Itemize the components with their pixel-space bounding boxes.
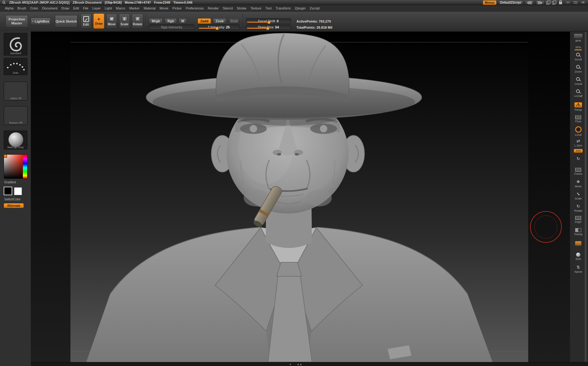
ghost-button[interactable]	[570, 241, 586, 246]
menu-file[interactable]: File	[83, 6, 88, 10]
scroll-button[interactable]: Scroll	[570, 52, 586, 61]
focal-shift-track[interactable]	[247, 22, 269, 23]
restore-button[interactable]: ▢	[572, 0, 579, 5]
menu-draw[interactable]: Draw	[61, 6, 69, 10]
xpose-button[interactable]: ⇅ Xpose	[570, 265, 586, 273]
bpr-icon	[574, 34, 583, 39]
minimize-button[interactable]: –	[565, 0, 571, 5]
draw-size-track[interactable]	[247, 28, 268, 29]
z-intensity-value: 25	[226, 25, 230, 29]
hue-strip[interactable]	[23, 155, 27, 178]
z-intensity-track[interactable]	[199, 28, 217, 29]
copy-document-icon[interactable]	[546, 1, 550, 5]
menus-button[interactable]: Menus	[483, 0, 497, 5]
zsub-button[interactable]: Zsub	[213, 18, 226, 24]
main-color-swatch[interactable]	[4, 187, 12, 195]
zadd-button[interactable]: Zadd	[198, 18, 211, 24]
stroke-type-button[interactable]: Dots	[4, 58, 27, 75]
texture-button[interactable]: Texture Off	[4, 106, 27, 125]
actual-button[interactable]: Actual	[570, 77, 586, 85]
m-button[interactable]: M	[179, 18, 187, 24]
move-button[interactable]: M Move	[106, 13, 117, 29]
polyf-button[interactable]: PolyF	[570, 216, 586, 224]
scroll-label: Scroll	[570, 58, 586, 61]
close-button[interactable]: ×	[580, 0, 586, 5]
alpha-button[interactable]: Alpha Off	[4, 82, 27, 101]
menu-edit[interactable]: Edit	[73, 6, 79, 10]
alternate-button[interactable]: Alternate	[4, 203, 24, 208]
aahalf-button[interactable]: AAHalf	[570, 89, 586, 98]
persp-button[interactable]: Persp	[570, 102, 586, 111]
menu-document[interactable]: Document	[42, 6, 57, 10]
focal-shift-slider[interactable]: Focal Shift 0	[246, 18, 291, 23]
material-button[interactable]: MatCap Gray	[4, 131, 27, 149]
menu-zscript[interactable]: Zscript	[310, 6, 320, 10]
projection-master-button[interactable]: Projection Master	[5, 15, 28, 27]
menu-movie[interactable]: Movie	[160, 6, 168, 10]
menu-stroke[interactable]: Stroke	[237, 6, 246, 10]
menu-picker[interactable]: Picker	[172, 6, 182, 10]
zoom-button[interactable]: Zoom	[570, 65, 586, 73]
tray-scroll-left-button[interactable]: ◂||||	[525, 0, 534, 5]
color-swatches	[4, 187, 27, 196]
menu-layer[interactable]: Layer	[92, 6, 101, 10]
transp-button[interactable]: Transp	[570, 228, 586, 236]
edit-button[interactable]: Edit	[81, 13, 91, 29]
menu-texture[interactable]: Texture	[250, 6, 261, 10]
draw-button[interactable]: + Draw	[93, 13, 104, 29]
menu-color[interactable]: Color	[30, 6, 38, 10]
zcut-button[interactable]: Zcut	[228, 18, 240, 24]
menu-alpha[interactable]: Alpha	[5, 6, 13, 10]
menu-render[interactable]: Render	[208, 6, 219, 10]
menu-marker[interactable]: Marker	[129, 6, 140, 10]
color-picker[interactable]	[4, 154, 27, 179]
scale-button[interactable]: S Scale	[119, 13, 130, 29]
menu-transform[interactable]: Transform	[275, 6, 291, 10]
menu-brush[interactable]: Brush	[17, 6, 26, 10]
tray-scroll-right-button[interactable]: ||||▸	[536, 0, 545, 5]
total-points-stat: TotalPoints: 26.818 Mil	[296, 26, 332, 29]
rotate-gyro-button[interactable]: ↻ Rotate	[570, 204, 586, 212]
sculpt-canvas[interactable]	[70, 32, 528, 362]
scale-letter-icon: S	[122, 16, 127, 22]
solo-button[interactable]: Solo	[570, 253, 586, 260]
mrgb-button[interactable]: Mrgb	[149, 18, 163, 24]
tray-open-arrows[interactable]: ▲▲	[297, 362, 302, 366]
menu-tool[interactable]: Tool	[265, 6, 271, 10]
menu-macro[interactable]: Macro	[116, 6, 125, 10]
scale-gyro-button[interactable]: ↖ ↘ Scale	[570, 192, 586, 200]
current-brush-button[interactable]: Standard	[4, 33, 27, 56]
xyz-button[interactable]: XYZ	[570, 149, 586, 153]
lock-icon[interactable]	[559, 2, 562, 4]
z-intensity-slider[interactable]: Z Intensity 25	[198, 24, 240, 30]
bpr-button[interactable]: BPR	[570, 34, 586, 42]
spix-track[interactable]	[575, 49, 582, 50]
rotate-button[interactable]: R Rotate	[132, 13, 143, 29]
gradient-toggle[interactable]: Gradient	[4, 181, 16, 184]
tray-scroll-left-arrow[interactable]: ◂	[289, 362, 291, 366]
top-shelf: Projection Master LightBox Quick Sketch …	[0, 12, 588, 31]
spix-slider[interactable]: SPix	[570, 45, 586, 50]
lightbox-button[interactable]: LightBox	[30, 18, 51, 25]
switchcolor-button[interactable]: SwitchColor	[4, 198, 20, 201]
lsym-button[interactable]: ⇄ L.Sym	[570, 138, 586, 147]
local-button[interactable]: Local	[570, 126, 586, 136]
menu-stencil[interactable]: Stencil	[223, 6, 233, 10]
default-zscript-button[interactable]: DefaultZScript	[498, 0, 523, 5]
move-gyro-button[interactable]: ↔ ↕ Move	[570, 179, 586, 188]
menu-light[interactable]: Light	[105, 6, 112, 10]
menu-material[interactable]: Material	[144, 6, 156, 10]
rgb-button[interactable]: Rgb	[165, 18, 177, 24]
secondary-color-swatch[interactable]	[14, 187, 22, 195]
menu-zplugin[interactable]: Zplugin	[295, 6, 306, 10]
window-layout-icon[interactable]	[552, 1, 556, 5]
frame-button[interactable]: Frame	[570, 168, 586, 175]
draw-size-slider[interactable]: Draw Size 54	[246, 24, 291, 30]
quick-sketch-button[interactable]: Quick Sketch	[55, 15, 77, 27]
spin-button[interactable]: ↻	[570, 156, 586, 161]
rgb-intensity-slider[interactable]: Rgb Intensity	[149, 24, 195, 30]
right-tray-scrollbar[interactable]	[585, 32, 586, 362]
floor-button[interactable]: Floor	[570, 115, 586, 123]
menu-preferences[interactable]: Preferences	[186, 6, 204, 10]
color-gradient-square[interactable]	[4, 155, 23, 178]
